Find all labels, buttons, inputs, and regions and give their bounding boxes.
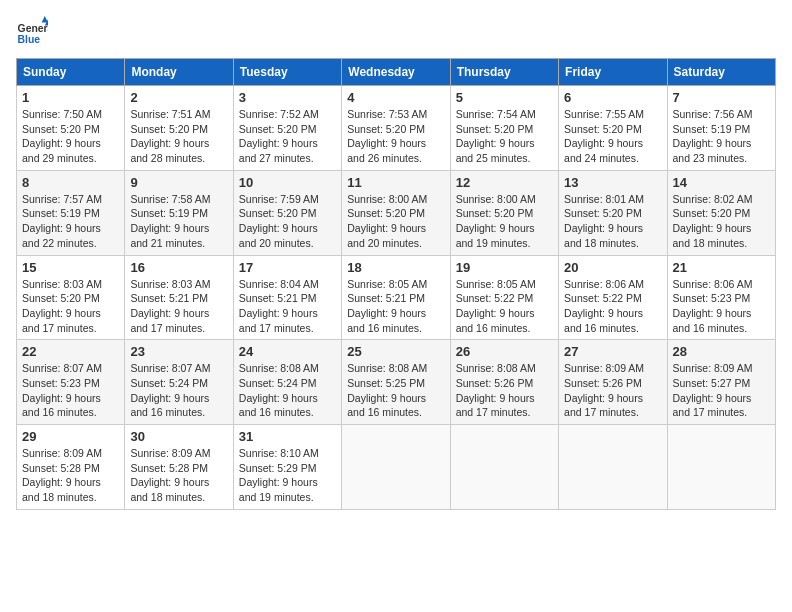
calendar-table: SundayMondayTuesdayWednesdayThursdayFrid… (16, 58, 776, 510)
calendar-day-cell: 31Sunrise: 8:10 AMSunset: 5:29 PMDayligh… (233, 425, 341, 510)
calendar-day-cell: 25Sunrise: 8:08 AMSunset: 5:25 PMDayligh… (342, 340, 450, 425)
day-number: 4 (347, 90, 444, 105)
calendar-day-cell (559, 425, 667, 510)
svg-text:General: General (18, 23, 48, 34)
weekday-header-cell: Wednesday (342, 59, 450, 86)
day-number: 27 (564, 344, 661, 359)
weekday-header-cell: Saturday (667, 59, 775, 86)
day-number: 17 (239, 260, 336, 275)
day-number: 15 (22, 260, 119, 275)
day-info: Sunrise: 7:54 AMSunset: 5:20 PMDaylight:… (456, 107, 553, 166)
day-number: 20 (564, 260, 661, 275)
calendar-day-cell: 13Sunrise: 8:01 AMSunset: 5:20 PMDayligh… (559, 170, 667, 255)
calendar-week-row: 15Sunrise: 8:03 AMSunset: 5:20 PMDayligh… (17, 255, 776, 340)
day-info: Sunrise: 8:09 AMSunset: 5:28 PMDaylight:… (22, 446, 119, 505)
calendar-day-cell: 21Sunrise: 8:06 AMSunset: 5:23 PMDayligh… (667, 255, 775, 340)
calendar-day-cell: 12Sunrise: 8:00 AMSunset: 5:20 PMDayligh… (450, 170, 558, 255)
day-info: Sunrise: 8:00 AMSunset: 5:20 PMDaylight:… (347, 192, 444, 251)
weekday-header-cell: Thursday (450, 59, 558, 86)
day-info: Sunrise: 8:06 AMSunset: 5:22 PMDaylight:… (564, 277, 661, 336)
calendar-week-row: 29Sunrise: 8:09 AMSunset: 5:28 PMDayligh… (17, 425, 776, 510)
calendar-week-row: 22Sunrise: 8:07 AMSunset: 5:23 PMDayligh… (17, 340, 776, 425)
calendar-day-cell: 17Sunrise: 8:04 AMSunset: 5:21 PMDayligh… (233, 255, 341, 340)
day-number: 24 (239, 344, 336, 359)
day-number: 22 (22, 344, 119, 359)
calendar-day-cell: 27Sunrise: 8:09 AMSunset: 5:26 PMDayligh… (559, 340, 667, 425)
weekday-header-cell: Friday (559, 59, 667, 86)
calendar-day-cell: 23Sunrise: 8:07 AMSunset: 5:24 PMDayligh… (125, 340, 233, 425)
calendar-day-cell: 28Sunrise: 8:09 AMSunset: 5:27 PMDayligh… (667, 340, 775, 425)
calendar-day-cell: 9Sunrise: 7:58 AMSunset: 5:19 PMDaylight… (125, 170, 233, 255)
weekday-header-cell: Sunday (17, 59, 125, 86)
day-info: Sunrise: 8:02 AMSunset: 5:20 PMDaylight:… (673, 192, 770, 251)
page-header: General Blue (16, 16, 776, 48)
day-number: 2 (130, 90, 227, 105)
day-info: Sunrise: 7:59 AMSunset: 5:20 PMDaylight:… (239, 192, 336, 251)
day-info: Sunrise: 8:01 AMSunset: 5:20 PMDaylight:… (564, 192, 661, 251)
day-number: 28 (673, 344, 770, 359)
day-info: Sunrise: 7:58 AMSunset: 5:19 PMDaylight:… (130, 192, 227, 251)
calendar-day-cell: 6Sunrise: 7:55 AMSunset: 5:20 PMDaylight… (559, 86, 667, 171)
day-info: Sunrise: 8:05 AMSunset: 5:21 PMDaylight:… (347, 277, 444, 336)
calendar-day-cell (342, 425, 450, 510)
calendar-day-cell: 24Sunrise: 8:08 AMSunset: 5:24 PMDayligh… (233, 340, 341, 425)
day-info: Sunrise: 8:05 AMSunset: 5:22 PMDaylight:… (456, 277, 553, 336)
day-info: Sunrise: 8:06 AMSunset: 5:23 PMDaylight:… (673, 277, 770, 336)
day-info: Sunrise: 8:10 AMSunset: 5:29 PMDaylight:… (239, 446, 336, 505)
calendar-week-row: 1Sunrise: 7:50 AMSunset: 5:20 PMDaylight… (17, 86, 776, 171)
day-info: Sunrise: 8:08 AMSunset: 5:26 PMDaylight:… (456, 361, 553, 420)
calendar-day-cell: 10Sunrise: 7:59 AMSunset: 5:20 PMDayligh… (233, 170, 341, 255)
day-number: 1 (22, 90, 119, 105)
calendar-day-cell: 7Sunrise: 7:56 AMSunset: 5:19 PMDaylight… (667, 86, 775, 171)
calendar-week-row: 8Sunrise: 7:57 AMSunset: 5:19 PMDaylight… (17, 170, 776, 255)
day-info: Sunrise: 8:08 AMSunset: 5:25 PMDaylight:… (347, 361, 444, 420)
day-info: Sunrise: 7:55 AMSunset: 5:20 PMDaylight:… (564, 107, 661, 166)
calendar-day-cell: 1Sunrise: 7:50 AMSunset: 5:20 PMDaylight… (17, 86, 125, 171)
day-number: 14 (673, 175, 770, 190)
calendar-day-cell: 15Sunrise: 8:03 AMSunset: 5:20 PMDayligh… (17, 255, 125, 340)
day-number: 26 (456, 344, 553, 359)
day-number: 8 (22, 175, 119, 190)
calendar-day-cell: 2Sunrise: 7:51 AMSunset: 5:20 PMDaylight… (125, 86, 233, 171)
day-number: 13 (564, 175, 661, 190)
calendar-day-cell: 18Sunrise: 8:05 AMSunset: 5:21 PMDayligh… (342, 255, 450, 340)
calendar-day-cell: 16Sunrise: 8:03 AMSunset: 5:21 PMDayligh… (125, 255, 233, 340)
day-info: Sunrise: 8:00 AMSunset: 5:20 PMDaylight:… (456, 192, 553, 251)
calendar-day-cell: 19Sunrise: 8:05 AMSunset: 5:22 PMDayligh… (450, 255, 558, 340)
day-info: Sunrise: 8:03 AMSunset: 5:21 PMDaylight:… (130, 277, 227, 336)
svg-text:Blue: Blue (18, 34, 41, 45)
calendar-day-cell: 22Sunrise: 8:07 AMSunset: 5:23 PMDayligh… (17, 340, 125, 425)
calendar-body: 1Sunrise: 7:50 AMSunset: 5:20 PMDaylight… (17, 86, 776, 510)
day-number: 11 (347, 175, 444, 190)
day-number: 3 (239, 90, 336, 105)
calendar-day-cell (667, 425, 775, 510)
day-info: Sunrise: 7:56 AMSunset: 5:19 PMDaylight:… (673, 107, 770, 166)
day-number: 10 (239, 175, 336, 190)
day-number: 7 (673, 90, 770, 105)
day-number: 18 (347, 260, 444, 275)
day-info: Sunrise: 7:50 AMSunset: 5:20 PMDaylight:… (22, 107, 119, 166)
calendar-day-cell: 11Sunrise: 8:00 AMSunset: 5:20 PMDayligh… (342, 170, 450, 255)
day-number: 19 (456, 260, 553, 275)
day-info: Sunrise: 8:09 AMSunset: 5:28 PMDaylight:… (130, 446, 227, 505)
calendar-day-cell: 5Sunrise: 7:54 AMSunset: 5:20 PMDaylight… (450, 86, 558, 171)
calendar-day-cell: 3Sunrise: 7:52 AMSunset: 5:20 PMDaylight… (233, 86, 341, 171)
calendar-day-cell: 20Sunrise: 8:06 AMSunset: 5:22 PMDayligh… (559, 255, 667, 340)
day-number: 12 (456, 175, 553, 190)
day-number: 6 (564, 90, 661, 105)
day-number: 25 (347, 344, 444, 359)
calendar-day-cell: 30Sunrise: 8:09 AMSunset: 5:28 PMDayligh… (125, 425, 233, 510)
day-number: 21 (673, 260, 770, 275)
day-info: Sunrise: 8:08 AMSunset: 5:24 PMDaylight:… (239, 361, 336, 420)
day-info: Sunrise: 7:53 AMSunset: 5:20 PMDaylight:… (347, 107, 444, 166)
calendar-day-cell: 8Sunrise: 7:57 AMSunset: 5:19 PMDaylight… (17, 170, 125, 255)
day-number: 31 (239, 429, 336, 444)
calendar-day-cell: 26Sunrise: 8:08 AMSunset: 5:26 PMDayligh… (450, 340, 558, 425)
calendar-day-cell: 14Sunrise: 8:02 AMSunset: 5:20 PMDayligh… (667, 170, 775, 255)
day-info: Sunrise: 7:57 AMSunset: 5:19 PMDaylight:… (22, 192, 119, 251)
weekday-header-row: SundayMondayTuesdayWednesdayThursdayFrid… (17, 59, 776, 86)
weekday-header-cell: Monday (125, 59, 233, 86)
calendar-day-cell (450, 425, 558, 510)
weekday-header-cell: Tuesday (233, 59, 341, 86)
day-info: Sunrise: 8:03 AMSunset: 5:20 PMDaylight:… (22, 277, 119, 336)
